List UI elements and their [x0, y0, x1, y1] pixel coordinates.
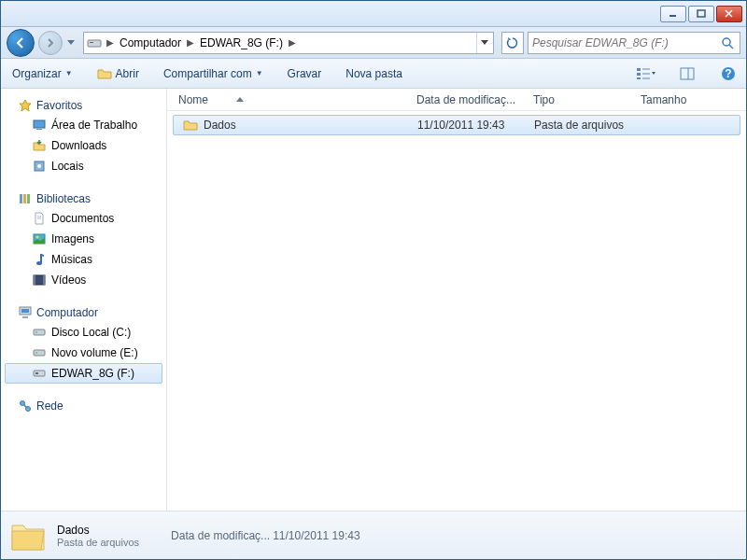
folder-icon — [183, 118, 198, 133]
favorites-label: Favoritos — [36, 99, 82, 112]
organize-button[interactable]: Organizar ▼ — [8, 64, 77, 83]
details-text: Dados Pasta de arquivos — [57, 524, 139, 548]
column-type[interactable]: Tipo — [528, 93, 635, 106]
star-icon — [18, 98, 33, 113]
music-icon — [32, 252, 47, 267]
svg-rect-10 — [637, 77, 641, 79]
new-folder-button[interactable]: Nova pasta — [342, 64, 406, 83]
sidebar-item-music[interactable]: Músicas — [5, 249, 162, 270]
share-button[interactable]: Compartilhar com ▼ — [160, 64, 267, 83]
close-button[interactable] — [716, 6, 742, 22]
svg-rect-40 — [34, 371, 45, 376]
svg-rect-22 — [20, 194, 22, 203]
breadcrumb-sep-icon: ▶ — [105, 37, 116, 48]
sort-asc-icon — [236, 97, 244, 102]
tree-head-favorites[interactable]: Favoritos — [5, 96, 162, 115]
libraries-icon — [18, 191, 33, 206]
tree-head-computer[interactable]: Computador — [5, 303, 162, 322]
svg-rect-36 — [34, 329, 45, 335]
burn-button[interactable]: Gravar — [284, 64, 326, 83]
svg-point-28 — [36, 236, 39, 239]
file-row[interactable]: Dados 11/10/2011 19:43 Pasta de arquivos — [173, 115, 740, 135]
share-label: Compartilhar com — [163, 67, 252, 80]
column-size[interactable]: Tamanho — [635, 93, 710, 106]
address-dropdown[interactable] — [476, 33, 491, 53]
tree-libraries: Bibliotecas Documentos Imagens Músicas V… — [5, 189, 162, 290]
explorer-window: ▶ Computador ▶ EDWAR_8G (F:) ▶ Organizar… — [0, 0, 747, 560]
sidebar-item-desktop[interactable]: Área de Trabalho — [5, 115, 162, 135]
tree-head-network[interactable]: Rede — [5, 397, 162, 415]
sidebar-item-documents[interactable]: Documentos — [5, 208, 162, 229]
details-pane: Dados Pasta de arquivos Data de modifica… — [1, 511, 746, 559]
file-list: Dados 11/10/2011 19:43 Pasta de arquivos — [167, 111, 746, 511]
search-icon[interactable] — [719, 36, 736, 49]
sidebar-item-images[interactable]: Imagens — [5, 229, 162, 249]
sidebar-item-downloads[interactable]: Downloads — [5, 135, 162, 156]
svg-rect-14 — [681, 68, 694, 79]
preview-pane-button[interactable] — [677, 63, 698, 84]
svg-rect-34 — [21, 309, 29, 313]
svg-rect-9 — [637, 73, 641, 76]
sidebar-item-disk-c[interactable]: Disco Local (C:) — [5, 322, 162, 343]
sidebar-item-videos[interactable]: Vídeos — [5, 270, 162, 290]
svg-rect-41 — [35, 372, 38, 374]
sidebar-item-label: Músicas — [51, 253, 92, 266]
refresh-button[interactable] — [501, 32, 524, 54]
details-subtitle: Pasta de arquivos — [57, 537, 139, 548]
svg-rect-31 — [34, 275, 35, 285]
view-mode-button[interactable] — [636, 63, 656, 84]
svg-rect-18 — [34, 120, 45, 128]
column-name[interactable]: Nome — [173, 93, 411, 106]
svg-point-37 — [35, 331, 37, 333]
hdd-icon — [32, 325, 47, 340]
file-name: Dados — [204, 119, 236, 132]
forward-button[interactable] — [38, 31, 63, 55]
sidebar-item-recent[interactable]: Locais — [5, 156, 162, 176]
sidebar-item-label: Downloads — [51, 139, 106, 152]
search-input[interactable] — [532, 36, 719, 49]
open-label: Abrir — [116, 67, 139, 80]
svg-point-21 — [37, 164, 41, 168]
details-title: Dados — [57, 524, 139, 537]
svg-rect-35 — [22, 316, 28, 318]
breadcrumb-drive[interactable]: EDWAR_8G (F:) — [198, 36, 285, 49]
computer-label: Computador — [36, 306, 98, 319]
tree-head-libraries[interactable]: Bibliotecas — [5, 189, 162, 208]
svg-rect-8 — [637, 68, 641, 71]
sidebar-item-disk-e[interactable]: Novo volume (E:) — [5, 343, 162, 363]
help-button[interactable]: ? — [718, 63, 739, 84]
usb-drive-icon — [32, 366, 47, 381]
open-button[interactable]: Abrir — [93, 63, 143, 84]
network-label: Rede — [36, 399, 63, 413]
minimize-button[interactable] — [660, 6, 686, 22]
svg-rect-5 — [90, 42, 93, 43]
search-box[interactable] — [528, 32, 740, 54]
svg-rect-4 — [88, 40, 101, 47]
sidebar-item-label: Locais — [51, 160, 84, 173]
documents-icon — [32, 211, 47, 226]
computer-icon — [18, 305, 33, 320]
sidebar-item-label: Documentos — [51, 212, 114, 225]
breadcrumb-sep-icon: ▶ — [185, 37, 196, 48]
chevron-down-icon: ▼ — [65, 69, 73, 77]
sidebar-item-disk-f[interactable]: EDWAR_8G (F:) — [5, 363, 162, 384]
details-meta: Data de modificaç... 11/10/2011 19:43 — [171, 529, 360, 542]
desktop-icon — [32, 118, 47, 133]
svg-point-6 — [723, 38, 730, 46]
file-name-cell: Dados — [177, 118, 412, 133]
sidebar-item-label: Disco Local (C:) — [51, 326, 131, 339]
svg-rect-23 — [23, 194, 26, 203]
sidebar-item-label: Imagens — [51, 232, 94, 245]
chevron-down-icon: ▼ — [256, 69, 263, 77]
network-icon — [18, 399, 33, 413]
titlebar — [1, 1, 746, 27]
breadcrumb-computer[interactable]: Computador — [118, 36, 183, 49]
column-date[interactable]: Data de modificaç... — [411, 93, 528, 106]
nav-history-dropdown[interactable] — [66, 32, 76, 54]
images-icon — [32, 231, 47, 246]
maximize-button[interactable] — [688, 6, 714, 22]
column-headers: Nome Data de modificaç... Tipo Tamanho — [167, 89, 746, 111]
address-bar[interactable]: ▶ Computador ▶ EDWAR_8G (F:) ▶ — [83, 32, 494, 54]
recent-places-icon — [32, 159, 47, 174]
back-button[interactable] — [7, 29, 35, 57]
